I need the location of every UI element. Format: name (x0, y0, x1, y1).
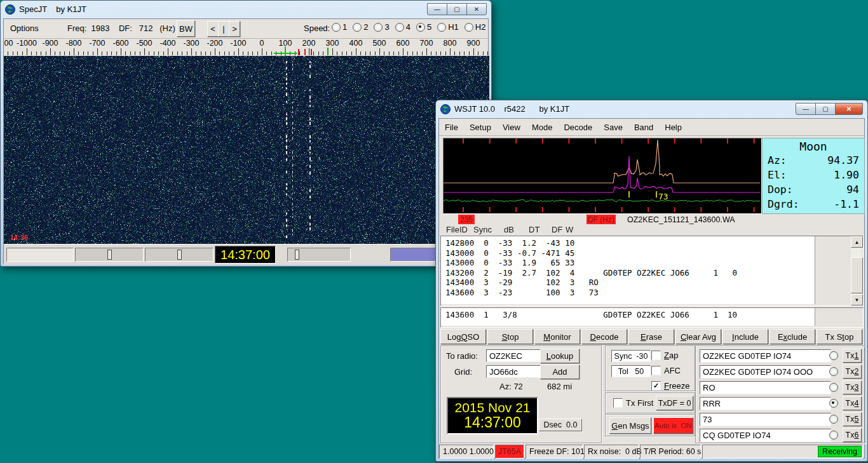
menu-setup[interactable]: Setup (464, 120, 497, 135)
scroll-up-button[interactable]: ▲ (851, 236, 863, 248)
tx3-button[interactable]: Tx3 (843, 380, 862, 394)
exclude-button[interactable]: Exclude (770, 329, 815, 344)
decode-line[interactable]: 142800 0 -33 1.2 -43 10 (445, 238, 815, 248)
freeze-checkbox[interactable]: ✓ (651, 381, 661, 391)
add-button[interactable]: Add (540, 365, 580, 379)
include-button[interactable]: Include (722, 329, 768, 344)
lookup-button[interactable]: Lookup (540, 349, 580, 363)
speed-radio-4[interactable]: 4 (395, 22, 410, 32)
log-qso-button[interactable]: Log QSO (440, 329, 486, 344)
scale-tick (436, 51, 437, 55)
speed-radio-5[interactable]: 5 (416, 22, 431, 32)
tx4-message-field[interactable]: RRR (700, 397, 831, 410)
tx5-message-field[interactable]: 73 (700, 413, 831, 426)
tx-first-checkbox[interactable] (613, 398, 623, 408)
specjt-close-button[interactable]: ✕ (466, 3, 487, 15)
waterfall-display[interactable] (4, 56, 489, 244)
afc-checkbox[interactable] (651, 366, 661, 375)
menu-view[interactable]: View (497, 120, 526, 135)
scale-tick (64, 51, 65, 55)
scale-tick (346, 51, 347, 55)
time-display: 14:37:00 (464, 415, 521, 431)
decode-scrollbar[interactable]: ▲ ▼ (851, 236, 862, 304)
gain-slider-2[interactable] (145, 248, 214, 262)
tx1-message-field[interactable]: OZ2KEC GD0TEP IO74 (700, 349, 831, 363)
tx4-select-radio[interactable] (829, 399, 838, 408)
specjt-nav-left-button[interactable]: < (207, 21, 219, 37)
tx6-button[interactable]: Tx6 (843, 428, 862, 442)
gain-slider-3[interactable] (287, 248, 351, 262)
wsjt-minimize-button[interactable]: — (796, 103, 816, 115)
to-radio-input[interactable]: OZ2KEC (486, 349, 542, 362)
specjt-maximize-button[interactable]: ▢ (447, 3, 467, 15)
grid-input[interactable]: JO66dc (486, 365, 542, 378)
tx2-button[interactable]: Tx2 (843, 365, 862, 379)
menu-decode[interactable]: Decode (558, 120, 598, 135)
menu-band[interactable]: Band (628, 120, 659, 135)
scroll-down-button[interactable]: ▼ (851, 294, 863, 305)
specjt-nav-center-button[interactable]: | (218, 21, 229, 37)
specjt-bw-button[interactable]: BW (177, 20, 195, 37)
speed-radio-h1[interactable]: H1 (437, 22, 459, 32)
decode-button[interactable]: Decode (581, 329, 627, 344)
average-text-area[interactable]: 143600 1 3/8 GD0TEP OZ2KEC JO66 1 10 (440, 307, 864, 328)
slider-thumb[interactable] (295, 250, 299, 260)
erase-button[interactable]: Erase (628, 329, 674, 344)
monitor-button[interactable]: Monitor (534, 329, 580, 344)
decode-line[interactable]: 143400 3 -29 102 3 RO (445, 278, 815, 288)
speed-radio-1[interactable]: 1 (332, 22, 347, 32)
specjt-titlebar[interactable]: SpecJT by K1JT — ▢ ✕ (1, 1, 491, 18)
gain-slider-1[interactable] (75, 248, 144, 262)
scrollbar-thumb[interactable] (851, 257, 863, 293)
tx6-select-radio[interactable] (829, 431, 838, 440)
slider-thumb[interactable] (107, 250, 112, 260)
slider-thumb[interactable] (177, 250, 182, 260)
wsjt-maximize-button[interactable]: ▢ (815, 103, 836, 115)
menu-mode[interactable]: Mode (526, 120, 559, 135)
speed-radio-h2[interactable]: H2 (465, 22, 486, 32)
tx-stop-button[interactable]: Tx Stop (817, 329, 862, 344)
tx3-select-radio[interactable] (829, 383, 838, 392)
specjt-nav-right-button[interactable]: > (229, 21, 240, 37)
gen-msgs-button[interactable]: Gen Msgs (609, 417, 651, 434)
moon-title: Moon (763, 140, 864, 153)
tx6-message-field[interactable]: CQ GD0TEP IO74 (700, 429, 831, 442)
wsjt-close-button[interactable]: ✕ (835, 103, 863, 115)
txdf-button[interactable]: TxDF = 0 (656, 396, 693, 410)
zap-checkbox[interactable] (651, 351, 661, 360)
tx4-button[interactable]: Tx4 (843, 396, 862, 410)
clear-avg-button[interactable]: Clear Avg (675, 329, 721, 344)
specjt-options-menu[interactable]: Options (10, 23, 39, 33)
tx2-message-field[interactable]: OZ2KEC GD0TEP IO74 OOO (700, 365, 831, 379)
scale-tick (351, 51, 352, 55)
menu-help[interactable]: Help (659, 120, 688, 135)
status-rx-noise: Rx noise: 0 dB (584, 445, 639, 459)
wsjt-titlebar[interactable]: WSJT 10.0 r5422 by K1JT — ▢ ✕ (436, 100, 867, 117)
auto-on-button[interactable]: Auto is ON (653, 417, 693, 434)
speed-radio-2[interactable]: 2 (353, 22, 368, 32)
tolerance-box[interactable]: Tol 50 (611, 365, 651, 377)
stop-button[interactable]: Stop (487, 329, 533, 344)
menu-save[interactable]: Save (598, 120, 628, 135)
tx3-message-field[interactable]: RO (700, 381, 831, 394)
tx1-button[interactable]: Tx1 (843, 349, 862, 363)
decode-header-db: dB (504, 225, 514, 234)
scale-tick (384, 51, 384, 55)
specjt-minimize-button[interactable]: — (427, 3, 447, 15)
scale-tick (41, 51, 41, 55)
menu-file[interactable]: File (439, 120, 464, 135)
scale-tick (229, 51, 229, 55)
tx5-select-radio[interactable] (829, 415, 838, 424)
speed-radio-3[interactable]: 3 (374, 22, 389, 32)
decode-line[interactable]: 143200 2 -19 2.7 102 4 GD0TEP OZ2KEC JO6… (445, 268, 815, 278)
scale-tick (262, 48, 262, 55)
tx1-select-radio[interactable] (829, 351, 838, 360)
decode-line[interactable]: 143600 3 -23 100 3 73 (445, 288, 815, 298)
decode-text-area[interactable]: 142800 0 -33 1.2 -43 10143000 0 -33 -0.7… (440, 236, 864, 306)
tx2-select-radio[interactable] (829, 367, 838, 376)
sync-threshold-box[interactable]: Sync -30 (611, 350, 651, 362)
decode-line[interactable]: 143000 0 -33 -0.7 -471 45 (445, 248, 815, 258)
dsec-box[interactable]: Dsec 0.0 (539, 419, 582, 431)
decode-line[interactable]: 143000 0 -33 1.9 65 33 (445, 258, 815, 268)
tx5-button[interactable]: Tx5 (843, 412, 862, 426)
